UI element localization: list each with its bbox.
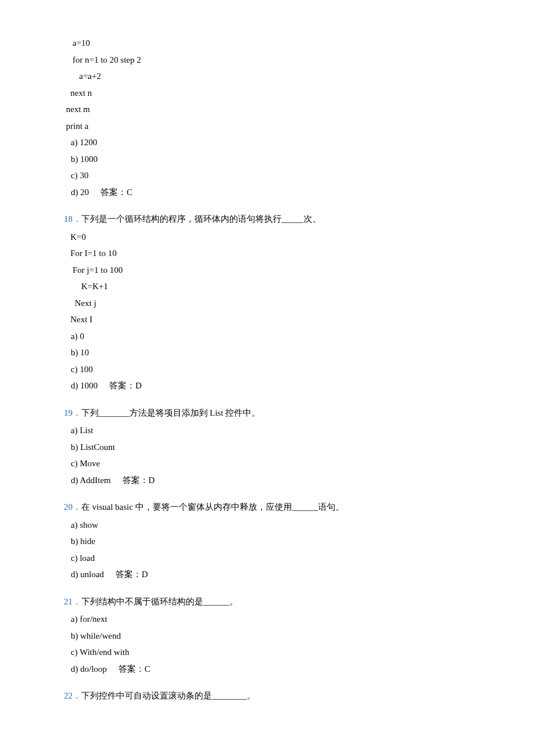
code-line: a=10 [64,35,482,52]
q19-question: 19．下列_______方法是将项目添加到 List 控件中。 [64,405,482,422]
option-c: c) 100 [64,361,482,378]
q20-question: 20．在 visual basic 中，要将一个窗体从内存中释放，应使用____… [64,499,482,516]
code-line: print a [64,118,482,135]
q21-question: 21．下列结构中不属于循环结构的是______。 [64,593,482,610]
option-d: d) AddItem答案：D [64,472,482,489]
option-c: c) load [64,550,482,567]
q20-block: a) show b) hide c) load d) unload答案：D [64,517,482,583]
option-b: b) 1000 [64,151,482,168]
option-d: d) unload答案：D [64,566,482,583]
option-b: b) ListCount [64,439,482,456]
code-line: K=K+1 [64,278,482,295]
option-b: b) hide [64,533,482,550]
option-d-text: d) AddItem [71,476,111,485]
question-text-before: 在 [81,502,92,512]
option-d-text: d) do/loop [71,664,107,674]
option-d-text: d) unload [71,570,104,579]
code-line: a=a+2 [64,68,482,85]
code-line: for n=1 to 20 step 2 [64,52,482,69]
option-b: b) 10 [64,344,482,361]
question-text: 下列结构中不属于循环结构的是______。 [81,597,238,606]
code-line: Next j [64,295,482,312]
code-line: next n [64,85,482,102]
option-d: d) do/loop答案：C [64,661,482,678]
answer-label: 答案：D [109,381,142,390]
q17-block: a=10 for n=1 to 20 step 2 a=a+2 next n n… [64,35,482,200]
question-text: 下列是一个循环结构的程序，循环体内的语句将执行_____次。 [81,214,321,224]
question-number: 19． [64,408,81,417]
option-d-text: d) 20 [71,188,89,197]
option-a: a) show [64,517,482,534]
q21-block: a) for/next b) while/wend c) With/end wi… [64,611,482,677]
answer-label: 答案：C [118,664,150,674]
english-word: List [210,408,225,417]
question-number: 22． [64,691,81,700]
question-text-after: 中，要将一个窗体从内存中释放，应使用______语句。 [135,502,344,512]
option-b: b) while/wend [64,628,482,645]
code-line: next m [64,101,482,118]
code-line: Next I [64,311,482,328]
code-line: For I=1 to 10 [64,245,482,262]
option-a: a) for/next [64,611,482,628]
q18-question: 18．下列是一个循环结构的程序，循环体内的语句将执行_____次。 [64,211,482,228]
option-d: d) 1000答案：D [64,377,482,394]
q18-block: K=0 For I=1 to 10 For j=1 to 100 K=K+1 N… [64,229,482,394]
question-number: 21． [64,597,81,606]
q19-block: a) List b) ListCount c) Move d) AddItem答… [64,422,482,488]
question-text-after: 控件中。 [225,408,260,417]
option-c: c) Move [64,455,482,472]
answer-label: 答案：D [122,476,155,485]
question-text-before: 下列_______方法是将项目添加到 [81,408,210,417]
option-a: a) List [64,422,482,439]
english-word: visual basic [92,502,135,512]
answer-label: 答案：D [116,570,148,579]
question-number: 18． [64,214,81,224]
option-c: c) 30 [64,167,482,184]
option-c: c) With/end with [64,644,482,661]
option-d-text: d) 1000 [71,381,98,390]
question-text: 下列控件中可自动设置滚动条的是________。 [81,691,255,700]
question-number: 20． [64,502,81,512]
option-a: a) 0 [64,328,482,345]
q22-question: 22．下列控件中可自动设置滚动条的是________。 [64,687,482,704]
answer-label: 答案：C [100,188,132,197]
option-a: a) 1200 [64,134,482,151]
code-line: K=0 [64,229,482,246]
option-d: d) 20答案：C [64,184,482,201]
code-line: For j=1 to 100 [64,262,482,279]
